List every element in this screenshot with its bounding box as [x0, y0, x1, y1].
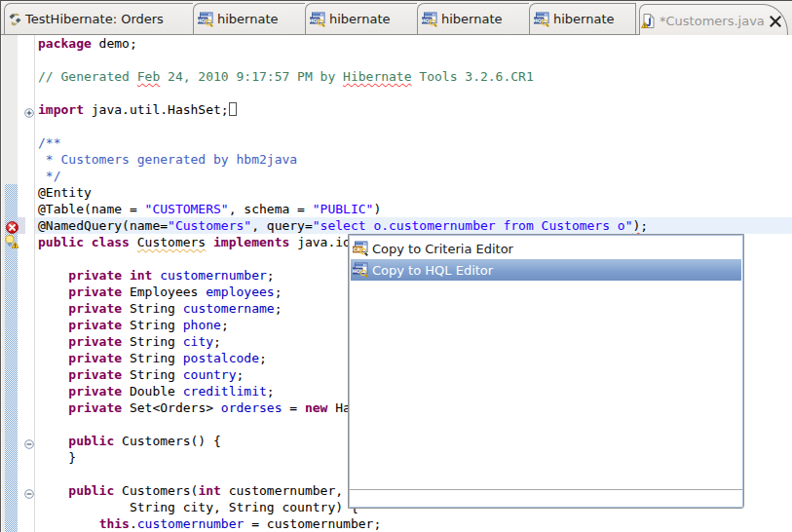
menu-item-copy-to-hql-editor[interactable]: HQLCopy to HQL Editor — [351, 259, 741, 281]
editor-tab-customers-java[interactable]: *Customers.java — [639, 4, 788, 36]
code-token: customername — [183, 301, 275, 316]
code-line-16[interactable]: private Employees employees; — [38, 284, 282, 300]
tab-label: TestHibernate: Orders — [25, 12, 164, 26]
code-token: ; — [221, 318, 229, 332]
code-token: orderses — [221, 400, 283, 415]
code-line-10[interactable]: @Entity — [38, 184, 92, 201]
code-token: postalcode — [183, 351, 259, 365]
code-token: "CUSTOMERS" — [145, 202, 229, 216]
code-token: Customers() { — [114, 434, 221, 448]
code-token — [130, 235, 137, 249]
code-token: creditlimit — [183, 384, 267, 399]
code-token: Double — [122, 384, 183, 399]
code-token: String city, String country) { — [38, 500, 358, 514]
code-token: Customers( — [114, 483, 198, 498]
code-token: "PUBLIC" — [313, 202, 374, 216]
code-token — [38, 318, 68, 332]
editor-tab-hibernate[interactable]: HQLhibernate — [305, 3, 417, 34]
code-token: @Entity — [38, 185, 92, 200]
code-token: customernumber, — [221, 483, 343, 498]
code-line-18[interactable]: private String phone; — [38, 317, 229, 333]
code-token: country — [183, 367, 237, 382]
tab-label: *Customers.java — [660, 14, 765, 28]
code-token: Feb — [137, 69, 160, 84]
code-token: ; — [237, 367, 245, 382]
code-token: private — [68, 334, 122, 349]
code-token: , query= — [251, 218, 313, 233]
code-token: package — [38, 36, 92, 51]
code-token: . — [130, 516, 137, 531]
code-token: ; — [640, 218, 648, 233]
code-line-30[interactable]: this.customernumber = customernumber; — [38, 515, 381, 532]
criteria-editor-icon: CRI — [353, 241, 368, 256]
code-token — [38, 301, 68, 316]
editor-tab-hibernate[interactable]: HQLhibernate — [529, 3, 636, 34]
code-line-20[interactable]: private String postalcode; — [38, 350, 267, 366]
menu-item-label: Copy to Criteria Editor — [372, 242, 513, 256]
code-line-15[interactable]: private int customernumber; — [38, 267, 275, 284]
context-menu-status-area — [350, 490, 742, 506]
fold-collapse-icon[interactable] — [24, 484, 34, 503]
code-line-1[interactable]: package demo; — [38, 35, 137, 52]
code-line-19[interactable]: private String city; — [38, 333, 221, 350]
code-line-8[interactable]: * Customers generated by hbm2java — [38, 151, 297, 168]
hql-editor-icon: HQL — [198, 12, 213, 27]
code-token: public — [68, 483, 114, 498]
code-token: Hibernate — [343, 69, 411, 84]
code-token — [206, 235, 213, 249]
hql-editor-icon: HQL — [534, 12, 549, 27]
code-token: private — [68, 318, 122, 332]
code-line-7[interactable]: /** — [38, 134, 60, 151]
quickfix-warning-bulb-icon[interactable] — [5, 234, 19, 252]
code-line-11[interactable]: @Table(name = "CUSTOMERS", schema = "PUB… — [38, 201, 381, 217]
code-token: @Table(name = — [38, 202, 145, 216]
code-token: customernumber — [160, 268, 267, 283]
fold-expand-icon[interactable] — [24, 103, 34, 122]
code-line-17[interactable]: private String customername; — [38, 300, 282, 317]
code-token: ; — [213, 334, 221, 349]
editor-tab-hibernate[interactable]: HQLhibernate — [417, 3, 529, 34]
code-line-29[interactable]: String city, String country) { — [38, 499, 358, 515]
hql-editor-icon: HQL — [310, 12, 325, 27]
code-token: private — [68, 367, 122, 382]
code-token — [38, 285, 68, 299]
code-token: ; — [275, 285, 283, 299]
code-line-21[interactable]: private String country; — [38, 366, 244, 383]
code-token: Customers — [137, 235, 206, 249]
code-line-12[interactable]: @NamedQuery(name="Customers", query="sel… — [38, 217, 648, 234]
code-token: private — [68, 301, 122, 316]
code-token: String — [122, 351, 183, 365]
code-token: @NamedQuery(name= — [38, 218, 168, 233]
fold-collapse-icon[interactable] — [24, 435, 34, 453]
code-line-28[interactable]: public Customers(int customernumber, — [38, 482, 343, 499]
code-line-9[interactable]: */ — [38, 168, 60, 184]
code-line-22[interactable]: private Double creditlimit; — [38, 383, 275, 399]
code-line-3[interactable]: // Generated Feb 24, 2010 9:17:57 PM by … — [38, 68, 534, 85]
code-token: city — [183, 334, 213, 349]
code-token — [38, 268, 68, 283]
close-icon[interactable] — [769, 14, 782, 27]
code-token: String — [122, 301, 183, 316]
menu-item-copy-to-criteria-editor[interactable]: CRICopy to Criteria Editor — [351, 238, 741, 259]
java-file-warning-icon — [641, 14, 656, 28]
code-token: = customernumber; — [244, 516, 381, 531]
code-line-25[interactable]: public Customers() { — [38, 433, 221, 449]
code-token: employees — [206, 285, 274, 299]
tab-label: hibernate — [553, 12, 615, 26]
code-token: ; — [267, 384, 275, 399]
hql-editor-icon: HQL — [422, 12, 437, 27]
code-line-5[interactable]: import java.util.HashSet; — [38, 101, 237, 118]
tab-label: hibernate — [217, 12, 279, 26]
code-token: * Customers generated by hbm2java — [38, 152, 297, 167]
editor-tab-testhibernate-orders[interactable]: TestHibernate: Orders — [4, 3, 193, 34]
menu-item-label: Copy to HQL Editor — [372, 263, 493, 278]
code-line-26[interactable]: } — [38, 449, 76, 466]
code-token: int — [198, 483, 220, 498]
editor-tab-hibernate[interactable]: HQLhibernate — [193, 3, 305, 34]
code-token — [38, 516, 99, 531]
code-token — [38, 400, 68, 415]
code-token: private — [68, 400, 122, 415]
eclipse-window: TestHibernate: OrdersHQLhibernateHQLhibe… — [0, 0, 792, 532]
hql-editor-icon: HQL — [353, 262, 368, 278]
context-menu-list: CRICopy to Criteria EditorHQLCopy to HQL… — [349, 235, 743, 508]
